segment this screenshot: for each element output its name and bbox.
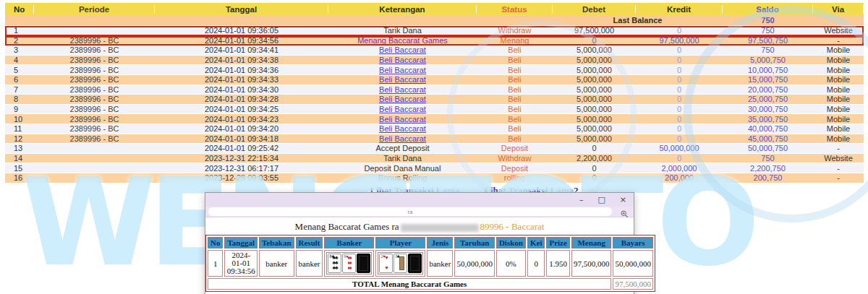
cell-kredit: 0 xyxy=(677,154,681,163)
popup-total-row: TOTAL Menang Baccarat Games 97,500,000 xyxy=(208,278,653,290)
p-header-jenis: Jenis xyxy=(427,237,453,248)
table-row: 7 2389996 - BC 2024-01-01 09:34:30 Beli … xyxy=(5,85,864,95)
cell-kredit: 0 xyxy=(677,46,681,54)
cell-no: 4 xyxy=(5,56,34,64)
cell-tanggal: 2024-01-01 09:25:42 xyxy=(155,144,328,152)
cell-tanggal: 2024-01-01 09:34:23 xyxy=(155,115,328,124)
cell-no: 11 xyxy=(5,124,34,133)
cell-saldo: 45,000,750 xyxy=(723,134,813,143)
cell-kredit: 0 xyxy=(677,56,681,64)
keterangan-link[interactable]: Beli Baccarat xyxy=(379,105,426,113)
cell-via: Mobile xyxy=(813,115,864,124)
keterangan-link: Accept Deposit xyxy=(376,144,430,152)
keterangan-link[interactable]: Beli Baccarat xyxy=(379,124,426,133)
cell-via: Mobile xyxy=(813,105,864,113)
p-header-taruhan: Taruhan xyxy=(454,237,495,248)
cell-kredit: 0 xyxy=(677,66,681,74)
close-button[interactable]: × xyxy=(620,193,626,207)
cell-saldo: 750 xyxy=(723,154,813,163)
table-row: 9 2389996 - BC 2024-01-01 09:34:25 Beli … xyxy=(5,105,864,115)
keterangan-link[interactable]: Beli Baccarat xyxy=(379,66,426,74)
cell-via: - xyxy=(813,164,864,173)
cell-tanggal: 2024-01-01 09:34:18 xyxy=(155,134,328,143)
cell-periode: 2389996 - BC xyxy=(34,66,155,74)
header-cell-keterangan: Keterangan xyxy=(328,5,477,14)
keterangan-link: Tarik Dana xyxy=(383,154,422,163)
keterangan-link[interactable]: Beli Baccarat xyxy=(379,46,426,54)
cell-periode: 2389996 - BC xyxy=(34,95,155,103)
cell-no: 16 xyxy=(5,173,34,182)
table-row: 10 2389996 - BC 2024-01-01 09:34:23 Beli… xyxy=(5,114,864,124)
popup-title: Menang Baccarat Games ra89996 - Baccarat xyxy=(205,221,634,233)
cell-tanggal: 2024-01-01 09:34:20 xyxy=(155,124,328,133)
cell-no: 6 xyxy=(5,75,34,84)
cell-via: Mobile xyxy=(813,75,864,84)
header-cell-via: Via xyxy=(813,5,864,14)
cell-via: Mobile xyxy=(813,66,864,74)
cell-status: Beli xyxy=(477,95,553,103)
keterangan-link[interactable]: Beli Baccarat xyxy=(379,95,426,103)
last-balance-label: Last Balance xyxy=(553,16,723,25)
cell-via: Mobile xyxy=(813,134,864,143)
p-header-banker: Banker xyxy=(324,237,374,248)
cell-no: 14 xyxy=(5,154,34,163)
cell-debet: 5,000,000 xyxy=(553,134,636,143)
maximize-button[interactable]: □ xyxy=(597,193,605,207)
cell-via: Website xyxy=(813,154,864,163)
keterangan-link[interactable]: Beli Baccarat xyxy=(379,134,426,143)
minimize-button[interactable]: – xyxy=(579,193,584,207)
keterangan-link[interactable]: Beli Baccarat xyxy=(379,56,426,64)
cell-saldo: 2,200,750 xyxy=(723,164,813,173)
header-cell-periode: Periode xyxy=(34,5,155,14)
popup-table: No Tanggal Tebakan Result Banker Player … xyxy=(205,235,655,292)
cell-no: 10 xyxy=(5,115,34,124)
p-cell-diskon: 0% xyxy=(496,250,526,277)
cell-periode: 2389996 - BC xyxy=(34,46,155,54)
keterangan-link[interactable]: Menang Baccarat Games xyxy=(357,36,448,45)
cell-debet: 0 xyxy=(553,173,636,182)
p-header-no: No xyxy=(208,237,223,248)
cell-via: Mobile xyxy=(813,46,864,54)
popup-title-suffix: 89996 - Baccarat xyxy=(480,221,545,232)
cell-saldo: 30,000,750 xyxy=(723,105,813,113)
banker-cardbox: 8♣ ♣♣ ♣♣ ♣♣ 9♦ ♦♦ ♦♦ ♦♦ xyxy=(326,252,372,274)
cell-status: Withdraw xyxy=(477,154,553,163)
zoom-search-icon[interactable] xyxy=(621,208,629,221)
p-cell-player-cards: 2♥ ♥ ♥ J♣ xyxy=(375,250,425,277)
cell-kredit: 97,500,000 xyxy=(659,36,699,45)
cell-via: Mobile xyxy=(813,85,864,94)
p-header-tanggal: Tanggal xyxy=(224,237,258,248)
cell-kredit: 0 xyxy=(677,85,681,94)
cell-no: 7 xyxy=(5,85,34,94)
p-header-player: Player xyxy=(375,237,425,248)
cell-tanggal: 2023-12-31 22:15:34 xyxy=(155,154,328,163)
table-row: 14 2023-12-31 22:15:34 Tarik Dana Withdr… xyxy=(5,154,864,164)
cell-debet: 0 xyxy=(553,144,636,152)
table-row: 13 2024-01-01 09:25:42 Accept Deposit De… xyxy=(5,144,864,154)
cell-saldo: 50,000,750 xyxy=(723,144,813,152)
cell-status: Beli xyxy=(477,105,553,113)
cell-saldo: 97,500,750 xyxy=(723,36,813,45)
keterangan-link[interactable]: Beli Baccarat xyxy=(379,115,426,124)
table-row: 12 2389996 - BC 2024-01-01 09:34:18 Beli… xyxy=(5,134,864,144)
keterangan-link[interactable]: Beli Baccarat xyxy=(379,75,426,84)
banker-card-back xyxy=(357,254,370,273)
cell-status: Withdraw xyxy=(477,26,553,35)
cell-status: Deposit xyxy=(477,164,553,173)
cell-saldo: 750 xyxy=(723,26,813,35)
popup-address-bar: ra xyxy=(205,207,634,217)
cell-periode: 2389996 - BC xyxy=(34,124,155,133)
popup-title-prefix: Menang Baccarat Games ra xyxy=(295,221,399,232)
address-text: ra xyxy=(407,209,412,215)
address-input[interactable]: ra xyxy=(208,207,612,216)
player-cardbox: 2♥ ♥ ♥ J♣ xyxy=(378,252,423,274)
cell-debet: 5,000,000 xyxy=(553,46,636,54)
last-balance-row: Last Balance 750 xyxy=(5,15,864,26)
cell-kredit: 0 xyxy=(677,95,681,103)
keterangan-link[interactable]: Beli Baccarat xyxy=(379,85,426,94)
player-card-back xyxy=(408,254,422,273)
p-header-result: Result xyxy=(296,237,323,248)
cell-tanggal: 2024-01-01 09:34:38 xyxy=(155,56,328,64)
p-cell-menang: 97,500,000 xyxy=(571,250,612,277)
cell-debet: 5,000,000 xyxy=(553,56,636,64)
